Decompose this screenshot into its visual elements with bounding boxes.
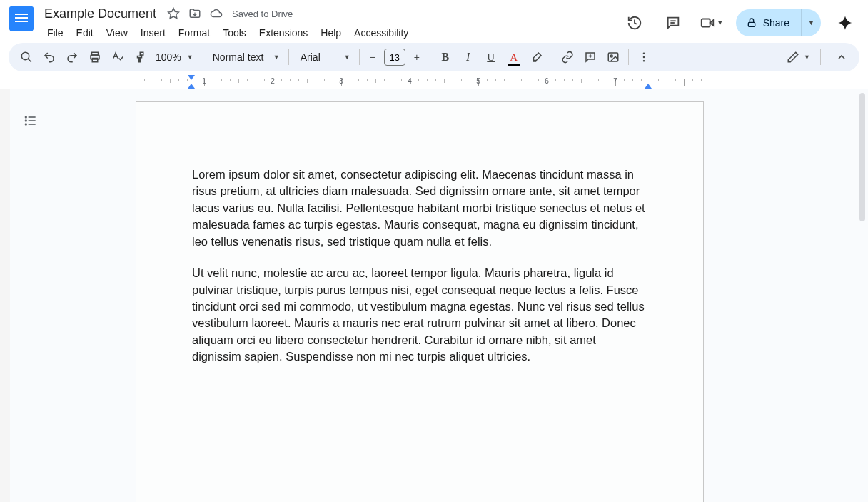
menu-view[interactable]: View [101,24,133,41]
separator [201,49,201,65]
menu-bar: File Edit View Insert Format Tools Exten… [41,24,414,41]
vertical-ruler[interactable] [0,89,10,502]
paragraph[interactable]: Ut velit nunc, molestie ac arcu ac, laor… [192,265,647,366]
meet-icon[interactable]: ▼ [697,9,726,37]
svg-line-7 [28,59,31,62]
vertical-scrollbar[interactable] [859,89,866,502]
separator [288,49,289,65]
chevron-down-icon: ▼ [344,54,350,61]
ruler-number: 1 [202,77,206,85]
share-button[interactable]: Share [736,9,801,36]
separator [552,49,552,65]
menu-extensions[interactable]: Extensions [253,24,313,41]
font-size-control: − + [364,49,425,66]
share-button-group: Share ▼ [736,9,821,36]
ruler-number: 5 [476,77,480,85]
font-size-input[interactable] [384,49,405,66]
menu-file[interactable]: File [41,24,69,41]
saved-status[interactable]: Saved to Drive [232,9,293,19]
ruler-number: 2 [271,77,275,85]
paint-format-icon[interactable] [130,46,151,68]
add-comment-icon[interactable] [580,46,601,68]
separator [430,49,430,65]
chevron-down-icon: ▼ [717,19,723,26]
right-indent-marker[interactable] [645,84,652,89]
horizontal-ruler[interactable]: 1234567 [0,76,868,89]
svg-point-14 [610,55,612,57]
svg-rect-5 [748,22,755,26]
svg-point-21 [26,116,27,118]
document-canvas: Lorem ipsum dolor sit amet, consectetur … [0,89,868,502]
style-value: Normal text [213,51,264,63]
insert-link-icon[interactable] [557,46,578,68]
chevron-down-icon: ▼ [187,54,193,61]
menu-insert[interactable]: Insert [135,24,171,41]
paragraph-style-select[interactable]: Normal text ▼ [206,51,284,63]
collapse-toolbar-icon[interactable] [831,46,852,68]
menu-edit[interactable]: Edit [71,24,99,41]
ruler-number: 6 [545,77,549,85]
bold-button[interactable]: B [435,46,456,68]
docs-home-icon[interactable] [9,6,34,31]
left-indent-marker[interactable] [188,84,195,89]
svg-point-23 [26,124,27,125]
zoom-select[interactable]: 100% ▼ [153,51,196,63]
search-menus-icon[interactable] [16,46,37,68]
text-color-button[interactable]: A [503,46,525,68]
lock-icon [746,17,757,29]
svg-point-16 [642,56,645,59]
separator [628,49,629,65]
paragraph[interactable]: Lorem ipsum dolor sit amet, consectetur … [192,166,647,250]
insert-image-icon[interactable] [602,46,624,68]
toolbar: 100% ▼ Normal text ▼ Arial ▼ − + B I U A… [9,43,859,71]
chevron-down-icon: ▼ [273,54,280,61]
decrease-font-size[interactable]: − [364,49,381,66]
separator [359,49,360,65]
comments-icon[interactable] [659,9,687,37]
menu-help[interactable]: Help [315,24,347,41]
separator [820,49,821,65]
increase-font-size[interactable]: + [408,49,425,66]
svg-point-15 [642,52,645,54]
undo-icon[interactable] [39,46,60,68]
gemini-icon[interactable] [831,9,859,37]
font-select[interactable]: Arial ▼ [293,51,355,63]
move-icon[interactable] [188,6,202,21]
menu-accessibility[interactable]: Accessibility [348,24,414,41]
highlight-button[interactable] [526,46,547,68]
svg-point-17 [642,60,645,62]
ruler-number: 4 [408,77,412,85]
show-outline-icon[interactable] [20,110,41,131]
spellcheck-icon[interactable] [107,46,128,68]
ruler-number: 3 [339,77,343,85]
svg-point-22 [26,120,27,121]
svg-point-6 [21,52,29,60]
title-area: Example Document Saved to Drive File Edi… [41,4,414,41]
document-page[interactable]: Lorem ipsum dolor sit amet, consectetur … [136,101,704,502]
editing-mode-select[interactable]: ▼ [787,51,810,64]
redo-icon[interactable] [61,46,83,68]
print-icon[interactable] [84,46,106,68]
pencil-icon [787,51,799,64]
cloud-status-icon[interactable] [209,6,223,21]
first-line-indent-marker[interactable] [188,75,195,80]
share-label: Share [763,17,789,29]
svg-rect-3 [702,19,710,27]
version-history-icon[interactable] [620,9,649,37]
more-tools-icon[interactable] [633,46,655,68]
menu-tools[interactable]: Tools [217,24,252,41]
menu-format[interactable]: Format [173,24,216,41]
zoom-value: 100% [156,51,181,63]
scrollbar-thumb[interactable] [859,93,865,221]
svg-marker-0 [168,9,179,19]
ruler-number: 7 [613,77,617,85]
chevron-down-icon: ▼ [804,54,810,61]
share-dropdown[interactable]: ▼ [801,9,821,36]
star-icon[interactable] [166,6,181,21]
underline-button[interactable]: U [480,46,502,68]
document-title[interactable]: Example Document [41,6,159,22]
font-value: Arial [301,51,321,63]
italic-button[interactable]: I [458,46,479,68]
header: Example Document Saved to Drive File Edi… [0,0,868,43]
